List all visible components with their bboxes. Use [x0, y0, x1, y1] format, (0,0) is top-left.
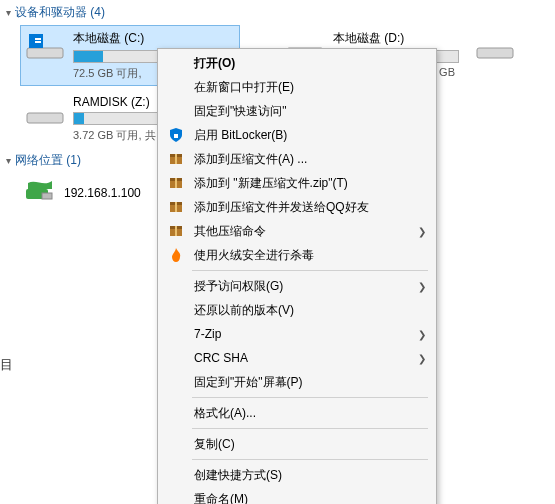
svg-rect-8 [42, 193, 52, 199]
blank-icon [166, 101, 186, 121]
ctx-7zip[interactable]: 7-Zip ❯ [158, 322, 436, 346]
ctx-copy[interactable]: 复制(C) [158, 432, 436, 456]
blank-icon [166, 489, 186, 504]
shield-lock-icon [166, 125, 186, 145]
ctx-add-archive[interactable]: 添加到压缩文件(A) ... [158, 147, 436, 171]
submenu-arrow-icon: ❯ [418, 226, 426, 237]
drive-icon [25, 95, 65, 127]
ctx-pin-quick-access[interactable]: 固定到"快速访问" [158, 99, 436, 123]
section-label: 设备和驱动器 (4) [15, 4, 105, 21]
flame-icon [166, 245, 186, 265]
ctx-pin-start[interactable]: 固定到"开始"屏幕(P) [158, 370, 436, 394]
svg-rect-18 [175, 202, 177, 212]
drive-name: 本地磁盘 (D:) [333, 30, 459, 47]
svg-rect-15 [175, 178, 177, 188]
separator [192, 459, 428, 460]
blank-icon [166, 300, 186, 320]
separator [192, 270, 428, 271]
network-label: 192.168.1.100 [64, 186, 141, 200]
archive-icon [166, 149, 186, 169]
network-drive-icon [24, 179, 56, 206]
blank-icon [166, 403, 186, 423]
ctx-grant-access[interactable]: 授予访问权限(G) ❯ [158, 274, 436, 298]
ctx-create-shortcut[interactable]: 创建快捷方式(S) [158, 463, 436, 487]
archive-icon [166, 197, 186, 217]
blank-icon [166, 465, 186, 485]
ctx-add-send-qq[interactable]: 添加到压缩文件并发送给QQ好友 [158, 195, 436, 219]
drive-icon [25, 30, 65, 62]
blank-icon [166, 276, 186, 296]
archive-icon [166, 221, 186, 241]
ctx-bitlocker[interactable]: 启用 BitLocker(B) [158, 123, 436, 147]
truncated-left-text: 目 [0, 356, 13, 374]
ctx-huorong-av[interactable]: 使用火绒安全进行杀毒 [158, 243, 436, 267]
blank-icon [166, 434, 186, 454]
svg-rect-0 [27, 48, 63, 58]
submenu-arrow-icon: ❯ [418, 329, 426, 340]
section-label: 网络位置 (1) [15, 152, 81, 169]
submenu-arrow-icon: ❯ [418, 281, 426, 292]
separator [192, 428, 428, 429]
archive-icon [166, 173, 186, 193]
chevron-down-icon: ▾ [6, 7, 11, 18]
ctx-other-zip[interactable]: 其他压缩命令 ❯ [158, 219, 436, 243]
svg-rect-12 [175, 154, 177, 164]
svg-rect-21 [175, 226, 177, 236]
ctx-restore-prev[interactable]: 还原以前的版本(V) [158, 298, 436, 322]
ctx-rename[interactable]: 重命名(M) [158, 487, 436, 504]
drive-name: 本地磁盘 (C:) [73, 30, 235, 47]
drive-icon [475, 30, 515, 62]
ctx-format[interactable]: 格式化(A)... [158, 401, 436, 425]
blank-icon [166, 77, 186, 97]
ctx-open-new-window[interactable]: 在新窗口中打开(E) [158, 75, 436, 99]
svg-rect-3 [35, 41, 41, 43]
separator [192, 397, 428, 398]
blank-icon [166, 348, 186, 368]
svg-rect-9 [174, 134, 178, 138]
blank-icon [166, 372, 186, 392]
svg-rect-2 [35, 38, 41, 40]
chevron-down-icon: ▾ [6, 155, 11, 166]
ctx-open[interactable]: 打开(O) [158, 51, 436, 75]
svg-rect-6 [27, 113, 63, 123]
blank-icon [166, 324, 186, 344]
section-header-devices[interactable]: ▾ 设备和驱动器 (4) [0, 0, 555, 25]
context-menu: 打开(O) 在新窗口中打开(E) 固定到"快速访问" 启用 BitLocker(… [157, 48, 437, 504]
blank-icon [166, 53, 186, 73]
ctx-add-zip[interactable]: 添加到 "新建压缩文件.zip"(T) [158, 171, 436, 195]
svg-rect-5 [477, 48, 513, 58]
ctx-crc-sha[interactable]: CRC SHA ❯ [158, 346, 436, 370]
submenu-arrow-icon: ❯ [418, 353, 426, 364]
